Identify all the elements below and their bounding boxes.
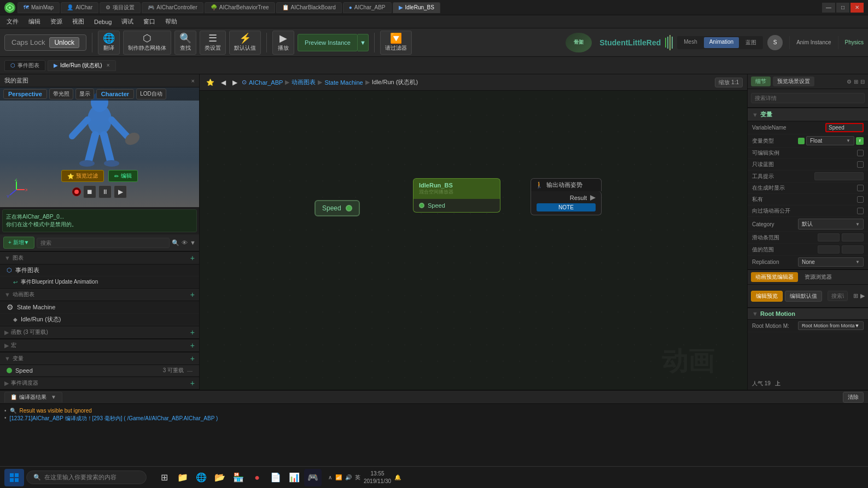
preview-filter-button[interactable]: ⭐ 预览过滤 [61,170,104,182]
pause-button[interactable]: ⏸ [98,185,112,198]
forward-button[interactable]: ▶ [230,78,240,87]
stop-button[interactable]: ⏹ [83,185,96,198]
replication-select[interactable]: None ▼ [798,257,864,267]
maximize-button[interactable]: □ [836,3,849,13]
menu-debug2[interactable]: 调试 [117,16,138,27]
bookmark-button[interactable]: ⭐ [204,78,217,87]
add-variable-button[interactable]: + [190,354,195,363]
event-blueprint-item[interactable]: ↩ 事件Blueprint Update Animation [0,277,199,288]
edit-preview-button[interactable]: 编辑预览 [751,291,783,302]
taskbar-view-icon[interactable]: ⊞ [155,469,173,486]
tab-aicharcontroller[interactable]: 🎮 AICharController [142,2,203,13]
anim-preview-right-icon[interactable]: ▶ [860,292,865,299]
taskbar-ppt-icon[interactable]: 📊 [286,469,303,486]
speed-variable-item[interactable]: Speed 3 可重载 — [0,365,199,377]
translate-button[interactable]: 🌐 翻译 [98,31,120,55]
clear-button[interactable]: 清除 [843,392,864,403]
tab-project-settings[interactable]: ⚙ 项目设置 [100,2,141,13]
preview-instance-button[interactable]: Preview Instance [298,34,358,51]
class-settings-button[interactable]: ☰ 类设置 [200,31,226,55]
start-button[interactable] [4,469,24,486]
blend-node[interactable]: IdleRun_BS 混合空间播放器 Speed 🚶 [413,178,500,213]
speed-collapse-icon[interactable]: — [187,368,193,374]
right-panel-search-input[interactable] [751,93,865,103]
output-node[interactable]: 🚶 输出动画姿势 Result NOTE [531,178,602,215]
idle-run-item[interactable]: ◆ Idle/Run (状态) [0,314,199,326]
graph-area[interactable]: Speed IdleRun_BS 混合空间播放器 Speed 🚶 [200,91,747,390]
blueprint-panel-close[interactable]: × [191,78,195,84]
back-button[interactable]: ◀ [219,78,228,87]
compiler-results-tab[interactable]: 📋 编译器结果 ▼ [4,392,62,403]
tooltip-input[interactable] [814,172,864,180]
tab-aichar[interactable]: 👤 AIChar [61,2,98,13]
slide-range-max-input[interactable] [842,233,864,242]
taskbar-explorer-icon[interactable]: 📂 [211,469,229,486]
value-range-min-input[interactable] [818,245,840,254]
taskbar-edge-icon[interactable]: 🌐 [193,469,210,486]
speed-node[interactable]: Speed [314,200,360,216]
blueprint-tab[interactable]: 蓝图 [740,37,762,48]
menu-help[interactable]: 帮助 [161,16,182,27]
play-button[interactable]: ▶ 播放 [272,31,294,55]
unlock-button[interactable]: Unlock [49,37,79,48]
menu-resource[interactable]: 资源 [46,16,67,27]
tab-aicharbehaviortree[interactable]: 🌳 AICharBehaviorTree [205,2,275,13]
defaults-button[interactable]: ⚡ 默认认值 [229,31,261,55]
root-motion-select[interactable]: Root Motion from Monta▼ [798,321,864,330]
preview-instance-dropdown[interactable]: ▼ [358,34,369,51]
readonly-checkbox[interactable] [857,161,864,168]
preview-scene-tab[interactable]: 预览场景设置 [773,77,814,86]
menu-edit[interactable]: 编辑 [24,16,45,27]
rp-panel-icon[interactable]: ⊟ [860,79,865,85]
taskbar-store-icon[interactable]: 🏪 [230,469,247,486]
taskbar-chrome-icon[interactable]: ● [248,469,266,486]
anim-preview-search-input[interactable] [828,291,848,301]
show-at-create-checkbox[interactable] [857,185,864,191]
state-machine-item[interactable]: ⚙ State Machine [0,301,199,314]
tray-expand-icon[interactable]: ∧ [328,474,332,480]
minimize-button[interactable]: — [822,3,835,13]
value-range-max-input[interactable] [842,245,864,254]
category-select[interactable]: 默认 ▼ [798,219,864,230]
detail-tab[interactable]: 细节 [751,77,771,86]
blueprint-search-input[interactable] [37,238,170,248]
private-checkbox[interactable] [857,196,864,203]
slide-range-min-input[interactable] [818,233,840,242]
tab-mainmap[interactable]: 🗺 MainMap [18,2,60,13]
editable-checkbox[interactable] [857,150,864,156]
expose-anim-checkbox[interactable] [857,208,864,214]
bc-idle-run[interactable]: Idle/Run (状态机) [372,78,418,86]
upload-button[interactable]: 上 [775,380,780,387]
play-fwd-button[interactable]: ▶ [114,185,127,198]
close-button[interactable]: ✕ [850,3,864,13]
tab-aicharblackboard[interactable]: 📋 AICharBlackBoard [276,2,342,13]
taskbar-file-icon[interactable]: 📁 [174,469,191,486]
float-type-indicator[interactable]: f [856,137,864,145]
vp-tab-event-graph[interactable]: ⬡ 事件图表 [4,60,45,71]
mesh-tab[interactable]: Mesh [678,37,702,48]
new-blueprint-button[interactable]: + 新增▼ [3,237,34,249]
menu-view[interactable]: 视图 [68,16,89,27]
tab-aichar-abp[interactable]: ● AIChar_ABP [343,2,392,13]
menu-file[interactable]: 文件 [2,16,23,27]
bc-anim-graph[interactable]: 动画图表 [292,78,316,86]
variable-type-select[interactable]: Float ▼ [806,136,854,145]
bc-aichar-abp[interactable]: AIChar_ABP [249,79,283,86]
record-button[interactable] [72,187,81,196]
show-button[interactable]: 带光照 [49,89,73,99]
bc-state-machine[interactable]: State Machine [324,79,363,86]
add-event-dispatcher-button[interactable]: + [190,379,195,387]
animation-tab[interactable]: Animation [704,37,739,48]
character-button[interactable]: Character [96,89,134,99]
rp-settings-icon[interactable]: ⚙ [847,79,852,85]
edit-defaults-button[interactable]: 编辑默认值 [785,291,822,302]
vp-tab-idle-run[interactable]: ▶ Idle/Run (状态机) × [48,60,116,71]
taskbar-docs-icon[interactable]: 📄 [267,469,284,486]
static-mesh-button[interactable]: ⬡ 制作静态网格体 [123,31,171,55]
add-macro-button[interactable]: + [190,341,195,350]
rp-grid-icon[interactable]: ⊞ [854,79,858,85]
lod-button[interactable]: LOD自动 [136,89,166,99]
find-button[interactable]: 🔍 查找 [174,31,196,55]
taskbar-game-icon[interactable]: 🎮 [304,469,322,486]
menu-debug[interactable]: Debug [90,17,116,26]
